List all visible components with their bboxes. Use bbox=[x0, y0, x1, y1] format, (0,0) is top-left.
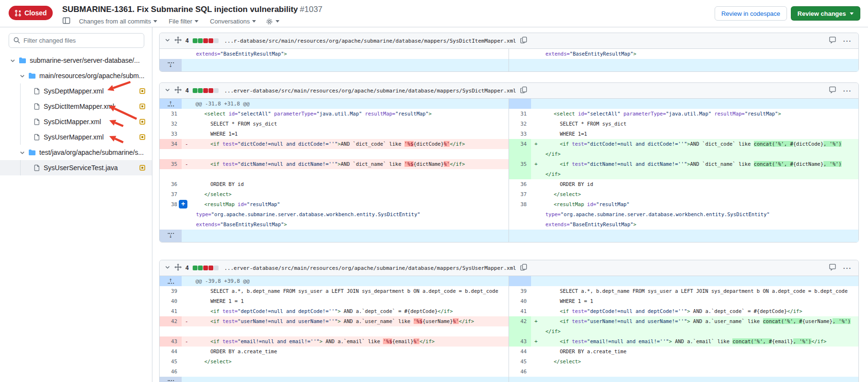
expand-down-button[interactable]: ↓ bbox=[160, 59, 182, 71]
chevron-down-icon bbox=[195, 20, 198, 23]
line-number[interactable]: 32 bbox=[160, 119, 182, 129]
drag-handle-icon[interactable] bbox=[174, 264, 182, 273]
collapse-chevron-icon[interactable] bbox=[164, 264, 171, 272]
line-number[interactable]: 43 bbox=[509, 336, 531, 347]
expand-down-button[interactable]: ↓ bbox=[160, 230, 182, 242]
code-line-row: 31 <select id="selectAll" parameterType=… bbox=[509, 109, 858, 119]
line-number[interactable]: 34 bbox=[509, 139, 531, 149]
tree-folder-item[interactable]: submarine-server/server-database/... bbox=[0, 53, 152, 68]
file-path: ...erver-database/src/main/resources/org… bbox=[224, 265, 516, 271]
drag-handle-icon[interactable] bbox=[174, 36, 182, 46]
comment-icon[interactable] bbox=[829, 86, 836, 95]
tree-folder-item[interactable]: test/java/org/apache/submarine/s... bbox=[0, 145, 152, 160]
line-number[interactable] bbox=[160, 209, 182, 220]
review-changes-button[interactable]: Review changes bbox=[791, 6, 860, 21]
diff-row: 45 </select>45 </select> bbox=[160, 357, 858, 367]
line-number[interactable]: 40 bbox=[509, 296, 531, 306]
line-number[interactable]: 46 bbox=[160, 367, 182, 377]
line-number[interactable]: 35 bbox=[160, 159, 182, 169]
drag-handle-icon[interactable] bbox=[174, 86, 182, 95]
line-number[interactable] bbox=[160, 169, 182, 179]
code-line-row: 40 WHERE 1 = 1 bbox=[509, 296, 858, 306]
line-number[interactable]: 45 bbox=[509, 357, 531, 367]
collapse-chevron-icon[interactable] bbox=[164, 36, 171, 45]
line-number[interactable] bbox=[509, 209, 531, 220]
tree-file-item[interactable]: SysDictItemMapper.xml bbox=[0, 99, 152, 114]
tree-file-item[interactable]: SysUserMapper.xml bbox=[0, 129, 152, 145]
sidebar-toggle-icon[interactable] bbox=[62, 17, 70, 26]
pr-closed-icon bbox=[14, 10, 22, 17]
kebab-menu-icon[interactable]: ··· bbox=[843, 37, 852, 45]
add-comment-button[interactable]: + bbox=[179, 200, 187, 208]
line-number[interactable]: 37 bbox=[160, 189, 182, 199]
line-number[interactable]: 34 bbox=[160, 139, 182, 149]
line-number[interactable] bbox=[509, 49, 531, 59]
diff-marker: - bbox=[182, 139, 192, 149]
tree-file-item[interactable]: SysUserServiceTest.java bbox=[0, 160, 152, 175]
diff-marker bbox=[182, 49, 192, 59]
line-number[interactable]: 40 bbox=[160, 296, 182, 306]
kebab-menu-icon[interactable]: ··· bbox=[843, 264, 852, 272]
diff-panel-header: 4...erver-database/src/main/resources/or… bbox=[160, 83, 858, 99]
diff-settings-gear[interactable] bbox=[266, 18, 279, 25]
line-number[interactable]: 35 bbox=[509, 159, 531, 169]
line-number[interactable]: 44 bbox=[160, 347, 182, 357]
line-number[interactable] bbox=[160, 220, 182, 230]
line-number[interactable]: 32 bbox=[509, 119, 531, 129]
line-number[interactable]: 46 bbox=[509, 367, 531, 377]
tree-file-item[interactable]: SysDeptMapper.xml bbox=[0, 83, 152, 99]
file-filter-dropdown[interactable]: File filter bbox=[169, 18, 198, 25]
chevron-down-icon bbox=[10, 58, 16, 64]
copy-icon[interactable] bbox=[520, 264, 527, 273]
line-number[interactable]: 41 bbox=[509, 306, 531, 316]
line-number[interactable] bbox=[160, 326, 182, 336]
line-number[interactable] bbox=[160, 49, 182, 59]
tree-file-item[interactable]: SysDictMapper.xml bbox=[0, 114, 152, 129]
line-number[interactable] bbox=[160, 149, 182, 159]
kebab-menu-icon[interactable]: ··· bbox=[843, 87, 852, 95]
code-line-row: 36 ORDER BY id bbox=[509, 179, 858, 189]
line-number[interactable]: 36 bbox=[160, 179, 182, 189]
copy-icon[interactable] bbox=[520, 86, 527, 95]
comment-icon[interactable] bbox=[829, 36, 836, 46]
diff-row: ↑@@ -31,8 +31,8 @@ bbox=[160, 99, 858, 109]
line-number[interactable] bbox=[509, 169, 531, 179]
line-number[interactable]: 39 bbox=[160, 286, 182, 296]
expand-up-button[interactable]: ↑ bbox=[160, 99, 182, 109]
line-number[interactable]: 42 bbox=[160, 316, 182, 326]
line-number[interactable] bbox=[509, 220, 531, 230]
conversations-dropdown[interactable]: Conversations bbox=[210, 18, 256, 25]
code-line-row: 35- <if test="dictName!=null and dictNam… bbox=[160, 159, 509, 169]
line-number[interactable] bbox=[509, 326, 531, 336]
diff-row: 39 SELECT a.*, b.dept_name FROM sys_user… bbox=[160, 286, 858, 296]
line-number[interactable] bbox=[509, 149, 531, 159]
line-number[interactable]: 38 bbox=[509, 199, 531, 209]
line-number[interactable]: 37 bbox=[509, 189, 531, 199]
line-number[interactable]: 39 bbox=[509, 286, 531, 296]
file-filter-input[interactable] bbox=[9, 33, 144, 48]
diff-marker bbox=[182, 347, 192, 357]
review-in-codespace-button[interactable]: Review in codespace bbox=[715, 6, 787, 21]
copy-icon[interactable] bbox=[520, 36, 527, 46]
code-line-row: 42- <if test="userName!=null and userNam… bbox=[160, 316, 509, 326]
line-number[interactable]: 41 bbox=[160, 306, 182, 316]
code-line: <if test="userName!=null and userName!='… bbox=[192, 316, 509, 326]
diff-row: ↓ bbox=[160, 59, 858, 71]
tree-folder-item[interactable]: main/resources/org/apache/subm... bbox=[0, 68, 152, 83]
expand-up-button[interactable]: ↑ bbox=[160, 276, 182, 286]
collapse-chevron-icon[interactable] bbox=[164, 86, 171, 95]
line-number[interactable]: 31 bbox=[160, 109, 182, 119]
comment-icon[interactable] bbox=[829, 264, 836, 273]
line-number[interactable]: 33 bbox=[160, 129, 182, 139]
expand-down-button[interactable]: ↓ bbox=[160, 377, 182, 382]
changes-from-dropdown[interactable]: Changes from all commits bbox=[79, 18, 157, 25]
line-number[interactable]: 43 bbox=[160, 336, 182, 347]
line-number[interactable]: 33 bbox=[509, 129, 531, 139]
line-number[interactable]: 45 bbox=[160, 357, 182, 367]
line-number[interactable]: 31 bbox=[509, 109, 531, 119]
line-number[interactable]: 42 bbox=[509, 316, 531, 326]
line-number[interactable]: 44 bbox=[509, 347, 531, 357]
pr-header: Closed SUBMARINE-1361. Fix Submarine SQL… bbox=[0, 0, 868, 27]
code-line: SELECT * FROM sys_dict bbox=[192, 119, 509, 129]
line-number[interactable]: 36 bbox=[509, 179, 531, 189]
